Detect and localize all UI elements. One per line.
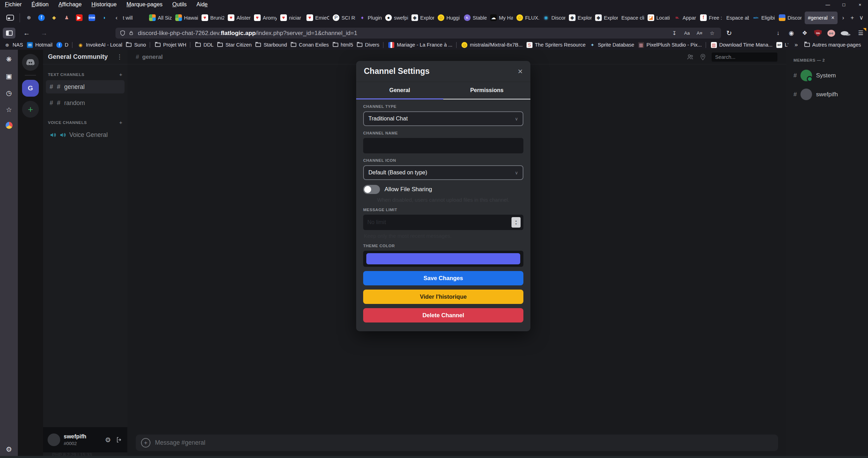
refresh-icon[interactable]: ↻ <box>723 28 735 39</box>
channel-name-input[interactable] <box>363 138 523 153</box>
browser-tab[interactable]: Hawai <box>174 12 200 24</box>
pinned-tab-gold-diamond[interactable]: ◆ <box>51 14 57 21</box>
voice-channel-item[interactable]: Voice General <box>46 128 125 141</box>
number-spinner[interactable]: ▲ ▼ <box>511 217 521 228</box>
bookmark-item[interactable]: ⊕ NAS <box>4 42 23 48</box>
channel-item[interactable]: # # random <box>46 96 125 110</box>
bookmark-item[interactable]: Divers <box>357 42 379 48</box>
browser-tab[interactable]: f Free : <box>698 12 725 24</box>
server-home-button[interactable] <box>22 54 39 71</box>
grey-extension-icon[interactable] <box>841 31 848 35</box>
bookmarks-star-icon[interactable]: ☆ <box>5 105 14 114</box>
close-window-icon[interactable]: × <box>852 0 868 9</box>
server-menu-icon[interactable]: ⋮ <box>117 53 122 61</box>
bookmark-item[interactable]: ▦ PixelPlush Studio - Pix... <box>638 42 702 48</box>
tab-general[interactable]: General <box>356 82 443 99</box>
logout-icon[interactable] <box>116 436 123 443</box>
browser-tab[interactable]: S. Stable <box>462 12 488 24</box>
browser-tab[interactable]: ◆ Explor <box>593 12 620 24</box>
back-button[interactable]: ← <box>20 28 33 39</box>
bookmark-item[interactable]: Starbound <box>255 42 287 48</box>
menu-item[interactable]: Édition <box>31 1 49 8</box>
pinned-tab-synology[interactable]: ◗ <box>101 14 108 21</box>
browser-tab[interactable]: ☺ FLUX.2 <box>515 12 541 24</box>
ublock-shield-icon[interactable]: Uo <box>814 30 822 37</box>
browser-tab[interactable]: ◪ Locati <box>646 12 672 24</box>
bookmark-item[interactable]: Conan Exiles <box>291 42 329 48</box>
browser-tab[interactable]: ♥ Bruni2 <box>200 12 226 24</box>
browser-tab[interactable]: ● swefpi <box>383 12 410 24</box>
spin-down-icon[interactable]: ▼ <box>515 223 517 225</box>
browser-tab[interactable]: ♥ Aromy <box>252 12 278 24</box>
bookmark-item[interactable]: EF L'Encyclopédie Fantast... <box>776 42 788 48</box>
members-icon[interactable] <box>686 53 694 61</box>
channel-type-select[interactable]: Traditional Chat ∨ <box>363 111 523 126</box>
minimize-icon[interactable]: — <box>820 0 836 9</box>
browser-tab[interactable]: Espace clie <box>620 12 646 24</box>
bookmark-item[interactable]: S The Spriters Resource <box>527 42 586 48</box>
pinned-tab-globe[interactable]: ⊕ <box>26 14 32 21</box>
member-item[interactable]: # swefpifh <box>786 89 868 100</box>
modal-action-button[interactable]: Vider l'historique <box>363 290 523 304</box>
pinned-tab-pixel-character[interactable]: ♟ <box>63 14 70 21</box>
modal-action-button[interactable]: Delete Channel <box>363 308 523 322</box>
browser-tab[interactable]: Espace ab <box>725 12 751 24</box>
browser-tab[interactable]: P SCI RE <box>331 12 357 24</box>
pinned-tab-facebook[interactable]: f <box>38 14 45 21</box>
browser-tab[interactable]: ♥ niciar <box>278 12 305 24</box>
tabs-dropdown-icon[interactable]: ∨ <box>857 13 866 23</box>
bookmark-item[interactable]: Star Citizen <box>217 42 252 48</box>
server-icon-general[interactable]: G <box>22 80 39 97</box>
downloads-icon[interactable]: ↓ <box>774 29 782 37</box>
bookmark-item[interactable]: Suno <box>126 42 146 48</box>
robot-extension-icon[interactable]: oo <box>827 30 835 37</box>
menu-item[interactable]: Aide <box>196 1 207 8</box>
pin-icon[interactable] <box>699 54 706 61</box>
menu-hamburger-icon[interactable]: ☰ <box>857 29 865 37</box>
menu-item[interactable]: Affichage <box>58 1 82 8</box>
message-limit-input[interactable]: No limit ▲ ▼ <box>363 215 523 230</box>
browser-tab[interactable]: ◆ Explor <box>567 12 593 24</box>
maximize-icon[interactable]: □ <box>836 0 852 9</box>
firefox-view-icon[interactable] <box>6 15 14 21</box>
extensions-puzzle-icon[interactable]: ❖ <box>801 29 809 37</box>
browser-tab[interactable]: adn Eligibi <box>751 12 777 24</box>
close-tab-icon[interactable]: × <box>831 15 834 21</box>
reader-mode-icon[interactable]: A≡ <box>695 30 704 36</box>
spin-up-icon[interactable]: ▲ <box>515 220 517 222</box>
add-text-channel-icon[interactable]: + <box>119 71 122 77</box>
channel-item[interactable]: # # general <box>46 80 125 93</box>
browser-tab[interactable]: ◉ Discor <box>541 12 567 24</box>
bookmarks-overflow-icon[interactable]: » <box>788 41 804 48</box>
menu-item[interactable]: Outils <box>172 1 187 8</box>
browser-tab[interactable]: Discor <box>777 12 803 24</box>
theme-color-picker[interactable] <box>363 251 523 267</box>
browser-tab[interactable]: SL Appar <box>672 12 698 24</box>
add-voice-channel-icon[interactable]: + <box>119 119 122 125</box>
tab-permissions[interactable]: Permissions <box>443 82 530 99</box>
file-sharing-toggle[interactable] <box>363 185 380 194</box>
account-icon[interactable]: ◉ <box>788 29 795 37</box>
ai-chatbot-icon[interactable]: ❋ <box>5 55 14 64</box>
scroll-tabs-left-icon[interactable]: ‹ <box>112 13 121 23</box>
history-clock-icon[interactable]: ◷ <box>5 88 14 97</box>
channel-icon-select[interactable]: Default (Based on type) ∨ <box>363 165 523 180</box>
bookmark-item[interactable]: ◉ InvokeAI - Local <box>72 42 122 48</box>
close-modal-icon[interactable]: × <box>518 67 523 76</box>
message-input[interactable]: + Message #general <box>136 435 778 451</box>
browser-tab[interactable]: ♥ EmieO <box>305 12 331 24</box>
browser-tab[interactable]: ☺ Huggi <box>436 12 462 24</box>
other-bookmarks-button[interactable]: Autres marque-pages <box>804 42 861 48</box>
pinned-tab-dsm[interactable]: DSM <box>89 14 95 21</box>
settings-gear-icon[interactable]: ⚙ <box>105 436 111 444</box>
browser-tab[interactable]: ☁ My Ha <box>488 12 515 24</box>
shield-icon[interactable] <box>120 30 126 36</box>
browser-tab[interactable]: ♥ Alister <box>226 12 252 24</box>
sidebar-settings-gear-icon[interactable]: ⚙ <box>5 445 14 454</box>
search-input[interactable] <box>712 53 777 62</box>
translate-icon[interactable]: Aa <box>682 30 692 36</box>
url-bar[interactable]: discord-like-php-chat-7262.dev.flatlogic… <box>115 28 721 39</box>
bookmark-item[interactable]: ✦ Sprite Database <box>590 42 634 48</box>
bookmark-item[interactable]: Mariage - La France à ... <box>383 42 452 48</box>
member-item[interactable]: # System <box>786 70 868 81</box>
